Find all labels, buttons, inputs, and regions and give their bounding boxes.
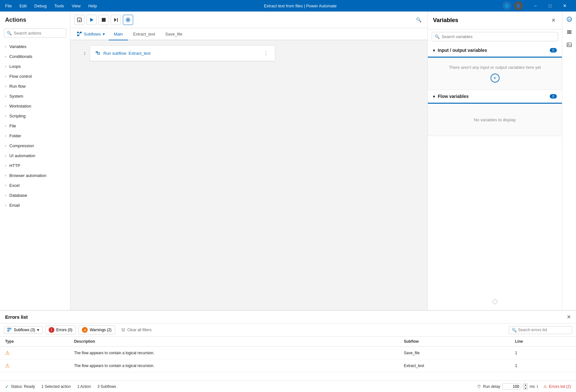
chevron-icon: › <box>5 84 6 88</box>
action-item-excel[interactable]: ›Excel <box>0 180 70 190</box>
variables-search-box[interactable]: 🔍 <box>432 32 558 41</box>
action-item-label: Scripting <box>9 114 26 118</box>
action-item-label: Folder <box>9 133 21 138</box>
actions-search-box[interactable]: 🔍 <box>4 28 66 38</box>
svg-rect-10 <box>492 299 498 304</box>
action-item-label: Database <box>9 193 27 198</box>
chevron-icon: › <box>5 194 6 197</box>
menu-edit[interactable]: Edit <box>18 3 28 9</box>
errors-table: Type Description Subflow Line ⚠ The flow… <box>0 337 576 380</box>
add-input-output-button[interactable]: + <box>491 74 500 83</box>
errors-filter-button[interactable]: ! Errors (0) <box>45 325 76 334</box>
status-icon: ✓ <box>5 384 9 389</box>
tab-main[interactable]: Main <box>109 28 128 40</box>
stop-button[interactable] <box>99 15 109 25</box>
variables-header: Variables ✕ <box>428 12 562 29</box>
menu-bar[interactable]: File Edit Debug Tools View Help <box>4 3 98 9</box>
chevron-icon: › <box>5 134 6 138</box>
action-item-http[interactable]: ›HTTP <box>0 161 70 171</box>
chevron-icon: › <box>5 94 6 98</box>
input-output-header[interactable]: ▾ Input / output variables 0 <box>428 44 562 57</box>
canvas-indicator <box>428 136 562 310</box>
svg-rect-4 <box>80 32 82 33</box>
action-item-loops[interactable]: ›Loops <box>0 61 70 71</box>
error-row-0[interactable]: ⚠ The flow appears to contain a logical … <box>0 347 576 359</box>
error-row-1[interactable]: ⚠ The flow appears to contain a logical … <box>0 359 576 372</box>
step-menu-button[interactable]: ⋮ <box>262 49 270 58</box>
close-button[interactable]: ✕ <box>557 0 572 12</box>
chevron-icon: › <box>5 144 6 148</box>
flow-variables-header[interactable]: ▾ Flow variables 0 <box>428 90 562 103</box>
action-item-label: Variables <box>9 44 26 49</box>
subflows-count: 3 Subflows <box>97 384 116 389</box>
variables-close-button[interactable]: ✕ <box>550 16 557 25</box>
search-input[interactable] <box>14 31 68 36</box>
menu-help[interactable]: Help <box>87 3 98 9</box>
svg-point-17 <box>568 44 569 45</box>
step-button[interactable] <box>111 15 121 25</box>
run-delay-spinner[interactable]: ▲ ▼ <box>523 383 528 390</box>
subflows-filter-button[interactable]: Subflows (3) ▾ <box>4 326 43 334</box>
save-button[interactable] <box>74 15 84 25</box>
layers-icon-button[interactable] <box>564 27 574 37</box>
image-icon-button[interactable] <box>564 40 574 50</box>
action-item-label: Flow control <box>9 74 32 79</box>
variables-panel: Variables ✕ 🔍 ▾ Input / output variables… <box>428 12 562 310</box>
chevron-icon: › <box>5 154 6 157</box>
run-button[interactable] <box>86 15 97 25</box>
menu-view[interactable]: View <box>70 3 82 9</box>
record-button[interactable] <box>123 15 133 25</box>
action-item-conditionals[interactable]: ›Conditionals <box>0 52 70 61</box>
menu-file[interactable]: File <box>4 3 13 9</box>
errors-list-label[interactable]: Errors list (2) <box>549 384 571 389</box>
action-item-compression[interactable]: ›Compression <box>0 141 70 151</box>
errors-search-box[interactable]: 🔍 <box>509 326 572 334</box>
errors-list-button[interactable]: ⚠ Errors list (2) <box>543 384 571 389</box>
statusbar: ✓ Status: Ready 1 Selected action 1 Acti… <box>0 380 576 392</box>
run-delay-down[interactable]: ▼ <box>523 387 528 390</box>
errors-close-button[interactable]: ✕ <box>567 314 571 320</box>
errors-search-input[interactable] <box>518 328 569 332</box>
tab-extract-text[interactable]: Extract_text <box>128 28 160 40</box>
action-item-variables[interactable]: ›Variables <box>0 42 70 52</box>
action-item-ui-automation[interactable]: ›UI automation <box>0 151 70 161</box>
canvas-search-button[interactable]: 🔍 <box>413 15 424 25</box>
action-item-email[interactable]: ›Email <box>0 200 70 210</box>
step-subflow-name[interactable]: Extract_text <box>129 51 151 56</box>
svg-rect-14 <box>567 32 572 33</box>
warnings-filter-button[interactable]: ⚠ Warnings (2) <box>78 325 115 334</box>
clear-filters-button[interactable]: Clear all filters <box>118 326 155 333</box>
action-item-label: File <box>9 124 16 128</box>
actions-panel: Actions 🔍 ›Variables›Conditionals›Loops›… <box>0 12 70 310</box>
svg-rect-0 <box>102 18 106 22</box>
action-item-workstation[interactable]: ›Workstation <box>0 101 70 111</box>
step-card[interactable]: Run subflow Extract_text ⋮ <box>90 45 275 61</box>
action-item-browser-automation[interactable]: ›Browser automation <box>0 171 70 180</box>
run-delay-up[interactable]: ▲ <box>523 383 528 386</box>
variables-search-input[interactable] <box>442 34 555 39</box>
action-item-folder[interactable]: ›Folder <box>0 131 70 141</box>
action-item-scripting[interactable]: ›Scripting <box>0 111 70 121</box>
errors-panel: Errors list ✕ Subflows (3) ▾ ! Errors (0… <box>0 310 576 380</box>
errors-list-icon: ⚠ <box>543 384 547 389</box>
menu-debug[interactable]: Debug <box>33 3 48 9</box>
maximize-button[interactable]: □ <box>543 0 557 12</box>
errors-toolbar: Subflows (3) ▾ ! Errors (0) ⚠ Warnings (… <box>0 324 576 337</box>
action-item-flow-control[interactable]: ›Flow control <box>0 71 70 81</box>
menu-tools[interactable]: Tools <box>53 3 65 9</box>
tab-save-file[interactable]: Save_file <box>160 28 188 40</box>
user-avatar[interactable]: 🌐 <box>502 1 511 10</box>
action-item-run-flow[interactable]: ›Run flow <box>0 81 70 91</box>
action-item-database[interactable]: ›Database <box>0 190 70 200</box>
variables-icon-button[interactable]: {x} <box>564 14 574 24</box>
action-item-file[interactable]: ›File <box>0 121 70 131</box>
step-label: Run subflow Extract_text <box>103 51 262 56</box>
account-avatar[interactable]: 👤 <box>514 1 523 10</box>
run-delay-label: Run delay <box>483 384 500 389</box>
action-item-system[interactable]: ›System <box>0 91 70 101</box>
actions-list: ›Variables›Conditionals›Loops›Flow contr… <box>0 40 70 310</box>
run-delay-input[interactable] <box>502 383 521 390</box>
minimize-button[interactable]: − <box>528 0 543 12</box>
subflows-button[interactable]: Subflows ▾ <box>73 28 109 40</box>
chevron-icon: › <box>5 164 6 167</box>
